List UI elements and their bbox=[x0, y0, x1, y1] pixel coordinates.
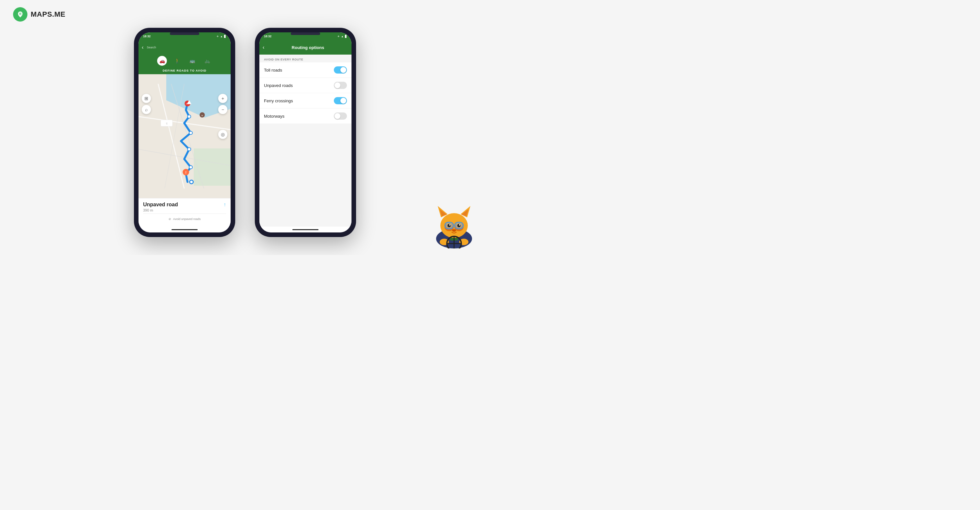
bottom-card: Unpaved road 390 m ↑ ⊘ Avoid unpaved roa… bbox=[138, 198, 231, 226]
avoid-banner: DEFINE ROADS TO AVOID bbox=[138, 67, 231, 74]
svg-point-12 bbox=[189, 166, 192, 169]
location-button[interactable]: ◎ bbox=[218, 130, 228, 139]
status-bar-2: 18:32 ✈ ▲ ▊ bbox=[259, 32, 352, 40]
mode-tabs: 🚗 🚶 🚌 🚲 bbox=[138, 54, 231, 67]
map-area[interactable]: — ! 🍴 H bbox=[138, 74, 231, 198]
svg-point-37 bbox=[447, 224, 451, 227]
phone-1-screen: 18:32 ✈ ▲ ▊ ‹ Search 🚗 🚶 🚌 🚲 DEFINE bbox=[138, 32, 231, 233]
home-indicator-2 bbox=[293, 229, 318, 230]
option-row-ferry: Ferry crossings bbox=[259, 93, 352, 108]
option-label-motorways: Motorways bbox=[264, 114, 285, 119]
phone-1: 18:32 ✈ ▲ ▊ ‹ Search 🚗 🚶 🚌 🚲 DEFINE bbox=[134, 28, 235, 237]
back-icon-2[interactable]: ‹ bbox=[262, 45, 264, 50]
map-route-svg: — ! 🍴 H bbox=[138, 74, 231, 198]
option-row-unpaved: Unpaved roads bbox=[259, 78, 352, 93]
map-controls-zoom: + − bbox=[218, 94, 228, 114]
tab-walk[interactable]: 🚶 bbox=[172, 56, 182, 66]
layers-button[interactable]: ⊞ bbox=[142, 94, 151, 103]
svg-point-40 bbox=[459, 224, 460, 226]
logo-icon bbox=[13, 7, 27, 22]
option-label-toll: Toll roads bbox=[264, 68, 282, 73]
svg-line-4 bbox=[158, 84, 184, 189]
nav-arrow-icon: ↑ bbox=[223, 202, 226, 207]
map-controls-left: ⊞ ⌕ bbox=[142, 94, 151, 114]
avoid-text: Avoid unpaved roads bbox=[173, 217, 200, 221]
toggle-motorways[interactable] bbox=[334, 112, 347, 120]
home-indicator-1 bbox=[172, 229, 197, 230]
option-label-unpaved: Unpaved roads bbox=[264, 83, 293, 88]
svg-text:H: H bbox=[201, 115, 203, 117]
nav-bar-1: ‹ Search bbox=[138, 40, 231, 54]
mascot bbox=[428, 196, 480, 249]
nav-bar-2: ‹ Routing options bbox=[259, 40, 352, 54]
status-icons-1: ✈ ▲ ▊ bbox=[216, 35, 226, 38]
tab-car[interactable]: 🚗 bbox=[157, 56, 167, 66]
logo-area: MAPS.ME bbox=[13, 7, 65, 22]
status-bar-1: 18:32 ✈ ▲ ▊ bbox=[138, 32, 231, 40]
toggle-toll[interactable] bbox=[334, 66, 347, 73]
zoom-in-button[interactable]: + bbox=[218, 94, 228, 103]
search-button[interactable]: ⌕ bbox=[142, 105, 151, 114]
option-row-toll: Toll roads bbox=[259, 62, 352, 78]
toggle-ferry[interactable] bbox=[334, 97, 347, 104]
avoid-footer[interactable]: ⊘ Avoid unpaved roads bbox=[143, 214, 226, 224]
road-title: Unpaved road bbox=[143, 202, 178, 207]
zoom-out-button[interactable]: − bbox=[218, 105, 228, 114]
home-bar-1 bbox=[138, 226, 231, 233]
section-header: AVOID ON EVERY ROUTE bbox=[259, 54, 352, 62]
svg-point-10 bbox=[189, 131, 192, 135]
svg-text:!: ! bbox=[185, 171, 186, 175]
status-time-1: 18:32 bbox=[143, 35, 151, 38]
map-controls-location: ◎ bbox=[218, 130, 228, 139]
status-time-2: 18:32 bbox=[264, 35, 272, 38]
options-body bbox=[259, 124, 352, 226]
svg-point-9 bbox=[188, 115, 191, 118]
svg-point-39 bbox=[449, 224, 450, 226]
toggle-unpaved[interactable] bbox=[334, 82, 347, 89]
phone-2-screen: 18:32 ✈ ▲ ▊ ‹ Routing options AVOID ON E… bbox=[259, 32, 352, 233]
svg-line-8 bbox=[165, 84, 184, 189]
nav-title: Routing options bbox=[267, 45, 348, 50]
back-icon-1[interactable]: ‹ bbox=[142, 45, 143, 50]
home-bar-2 bbox=[259, 226, 352, 233]
map-background: — ! 🍴 H bbox=[138, 74, 231, 198]
tab-bike[interactable]: 🚲 bbox=[202, 56, 212, 66]
status-icons-2: ✈ ▲ ▊ bbox=[337, 35, 347, 38]
avoid-icon: ⊘ bbox=[169, 217, 171, 221]
option-label-ferry: Ferry crossings bbox=[264, 99, 293, 103]
svg-point-41 bbox=[452, 229, 456, 232]
search-hint[interactable]: Search bbox=[147, 46, 228, 49]
svg-point-18 bbox=[190, 181, 193, 183]
tab-transit[interactable]: 🚌 bbox=[187, 56, 197, 66]
svg-point-38 bbox=[457, 224, 461, 227]
phones-container: 18:32 ✈ ▲ ▊ ‹ Search 🚗 🚶 🚌 🚲 DEFINE bbox=[134, 28, 356, 237]
svg-text:🍴: 🍴 bbox=[165, 122, 168, 125]
phone-2: 18:32 ✈ ▲ ▊ ‹ Routing options AVOID ON E… bbox=[255, 28, 356, 237]
option-row-motorways: Motorways bbox=[259, 108, 352, 124]
road-distance: 390 m bbox=[143, 208, 178, 212]
svg-point-11 bbox=[188, 148, 191, 151]
brand-name: MAPS.ME bbox=[31, 10, 65, 19]
